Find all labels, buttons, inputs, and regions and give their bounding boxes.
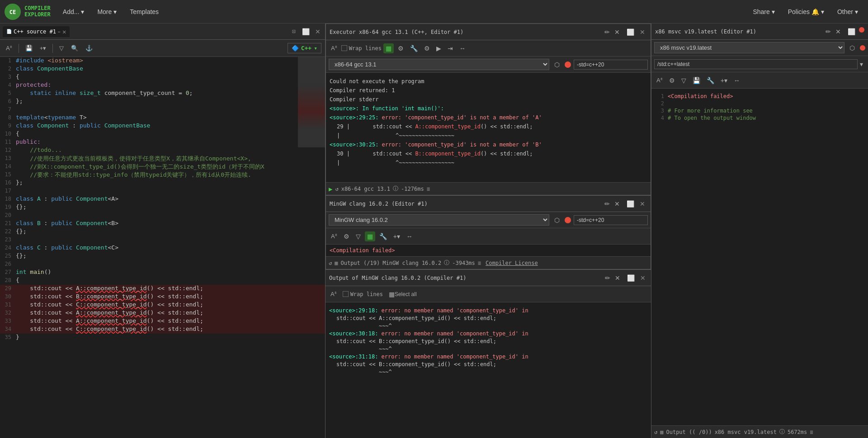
executor-panel: Executor x86-64 gcc 13.1 (C++, Editor #1… <box>326 24 651 195</box>
executor-flags-input[interactable] <box>574 60 648 70</box>
code-line-err: 30 std::cout << B::component_type_id() <… <box>0 293 325 301</box>
executor-compiler-select[interactable]: x86-64 gcc 13.1 <box>329 59 549 70</box>
output-line: ~~~^ <box>329 369 647 375</box>
mingw-add-icon[interactable]: +▾ <box>391 231 402 241</box>
executor-close-icon[interactable]: ✕ <box>612 27 622 37</box>
msvc-std-input[interactable] <box>654 59 858 69</box>
language-select[interactable]: 🔷 C++ ▾ <box>288 43 321 53</box>
mingw-winclose-btn[interactable]: ✕ <box>638 199 647 208</box>
add-menu-button[interactable]: Add... ▾ <box>57 5 90 18</box>
mingw-gear-icon[interactable]: ⚙ <box>341 231 352 241</box>
save-button[interactable]: 💾 <box>23 43 35 53</box>
mingw-edit-icon[interactable]: ✏ <box>602 199 612 209</box>
wrap-checkbox[interactable] <box>341 45 347 51</box>
executor-open-icon[interactable]: ⬡ <box>552 60 562 70</box>
source-tab-edit-icon[interactable]: ✏ <box>58 29 61 34</box>
msvc-font-btn[interactable]: A± <box>654 75 665 85</box>
output-line: <source>:29:18: error: no member named '… <box>329 307 647 314</box>
mingw-output-close-icon[interactable]: ✕ <box>613 273 623 283</box>
add-button[interactable]: +▾ <box>38 43 49 53</box>
msvc-add-icon[interactable]: +▾ <box>718 75 730 85</box>
mingw-tools-icon[interactable]: 🔧 <box>377 231 389 241</box>
mingw-output-icon[interactable]: ▦ <box>365 231 375 241</box>
executor-stop-btn[interactable] <box>565 61 571 68</box>
mingw-font-btn[interactable]: A± <box>329 231 340 241</box>
source-maximize-btn[interactable]: ⊡ <box>292 28 296 35</box>
mingw-filter-icon[interactable]: ▽ <box>354 231 363 241</box>
executor-edit-icon[interactable]: ✏ <box>602 27 612 37</box>
mingw-output-toolbar: A± Wrap lines ▦ Select all <box>326 286 651 302</box>
msvc-open-icon[interactable]: ⬡ <box>847 43 857 53</box>
mingw-output-edit-icon[interactable]: ✏ <box>603 273 613 283</box>
mingw-maximize-btn[interactable]: ⬜ <box>625 199 636 208</box>
search-button[interactable]: 🔍 <box>69 43 80 53</box>
executor-tools-icon[interactable]: 🔧 <box>408 43 420 53</box>
msvc-maximize-btn[interactable]: ⬜ <box>846 27 857 36</box>
msvc-close-icon[interactable]: ✕ <box>833 27 843 37</box>
msvc-std-chevron[interactable]: ▾ <box>858 59 865 69</box>
executor-settings2-icon[interactable]: ⚙ <box>422 43 432 53</box>
executor-output-icon[interactable]: ▦ <box>383 43 394 53</box>
msvc-output-line: 1 <Compilation failed> <box>655 93 864 99</box>
source-tab[interactable]: 📄 C++ source #1 ✏ ✕ <box>3 26 70 37</box>
code-line: 10{ <box>0 130 325 138</box>
policies-button[interactable]: Policies 🔔 ▾ <box>783 5 830 18</box>
code-line: 16}; <box>0 179 325 187</box>
executor-reload-btn[interactable]: ↺ <box>335 186 338 192</box>
policies-chevron-icon: ▾ <box>821 8 824 15</box>
mingw-compiler-select[interactable]: MinGW clang 16.0.2 <box>329 214 549 226</box>
executor-winclose-btn[interactable]: ✕ <box>638 28 647 37</box>
msvc-tools-icon[interactable]: 🔧 <box>704 75 717 85</box>
share-button[interactable]: Share ▾ <box>747 5 780 18</box>
executor-graph-icon: ≣ <box>427 186 430 192</box>
msvc-winclose-btn[interactable] <box>859 27 864 33</box>
msvc-gear-icon[interactable]: ⚙ <box>667 75 677 85</box>
link-button[interactable]: ⚓ <box>83 43 95 53</box>
msvc-compiler-select[interactable]: x86 msvc v19.latest <box>654 42 844 53</box>
mingw-stop-btn[interactable] <box>565 217 571 223</box>
executor-terminal-icon[interactable]: ▶ <box>434 43 443 53</box>
source-tab-close[interactable]: ✕ <box>62 28 66 35</box>
msvc-output-line: 2 <box>655 100 864 107</box>
code-line: 13 //使用任意方式更改当前模板类，使得对于任意类型X，若其继承自Compon… <box>0 155 325 163</box>
compiler-license-link[interactable]: Compiler License <box>486 260 538 266</box>
executor-info-icon: ⓘ <box>393 185 398 193</box>
executor-wrap-check[interactable]: Wrap lines <box>341 45 382 52</box>
more-menu-button[interactable]: More ▾ <box>92 5 122 18</box>
vim-mode-button[interactable]: ▽ <box>57 43 66 53</box>
mingw-output-tab-bar: Output of MinGW clang 16.0.2 (Compiler #… <box>326 270 651 286</box>
executor-font-btn[interactable]: A± <box>329 43 340 53</box>
executor-login-icon[interactable]: ⇥ <box>445 43 455 53</box>
mingw-open-icon[interactable]: ⬡ <box>552 215 562 225</box>
mingw-output-maximize-btn[interactable]: ⬜ <box>625 273 637 283</box>
executor-maximize-btn[interactable]: ⬜ <box>625 28 636 37</box>
executor-gear-icon[interactable]: ⚙ <box>396 43 406 53</box>
mingw-output-wrap-check[interactable]: Wrap lines <box>343 291 383 297</box>
mingw-output-winclose-btn[interactable]: ✕ <box>638 273 647 283</box>
msvc-edit-icon[interactable]: ✏ <box>823 27 833 37</box>
source-close-icon[interactable]: ✕ <box>313 27 322 36</box>
mingw-output-font-btn[interactable]: A± <box>328 289 339 299</box>
msvc-save-icon[interactable]: 💾 <box>690 75 703 85</box>
mingw-link-icon[interactable]: ↔ <box>404 231 415 241</box>
other-button[interactable]: Other ▾ <box>832 5 863 18</box>
mingw-reload-btn[interactable]: ↺ <box>329 260 332 266</box>
msvc-filter-icon[interactable]: ▽ <box>679 75 689 85</box>
mingw-close-icon[interactable]: ✕ <box>612 199 622 209</box>
msvc-stop-btn[interactable] <box>860 45 865 51</box>
msvc-link-icon[interactable]: ↔ <box>731 75 742 85</box>
select-all-btn[interactable]: ▦ Select all <box>387 289 419 299</box>
executor-link-icon[interactable]: ↔ <box>457 43 468 53</box>
code-editor[interactable]: 1#include <iostream> 2class ComponentBas… <box>0 57 325 438</box>
output-line: std::cout << B::component_type_id() << s… <box>329 338 647 344</box>
mingw-output-wrap-checkbox[interactable] <box>343 291 349 297</box>
templates-button[interactable]: Templates <box>124 5 164 18</box>
font-size-button[interactable]: A± <box>4 43 14 53</box>
msvc-output-line: 3 # For more information see <box>655 108 864 114</box>
source-maximize-icon[interactable]: ⬜ <box>300 27 311 36</box>
mingw-output-icon-status: ▦ <box>335 260 338 266</box>
mingw-flags-input[interactable] <box>574 215 648 225</box>
executor-run-btn[interactable]: ▶ <box>329 185 332 193</box>
mingw-output-content: <source>:29:18: error: no member named '… <box>326 302 651 438</box>
msvc-reload-btn[interactable]: ↺ <box>654 429 657 435</box>
